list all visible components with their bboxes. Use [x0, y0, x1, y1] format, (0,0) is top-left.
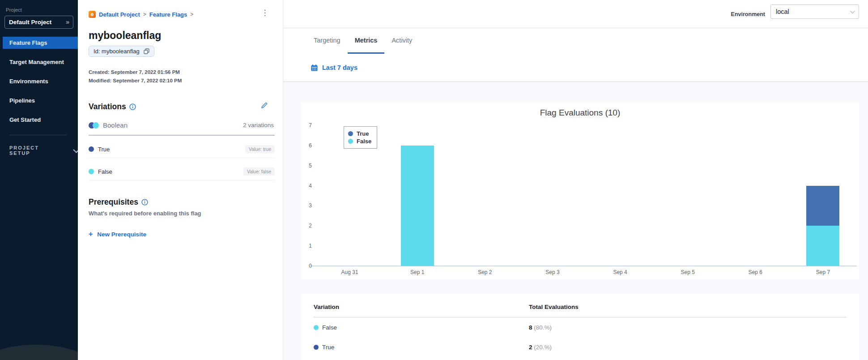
evaluation-count: 8 [529, 324, 532, 331]
chart-y-tick: 0 [301, 263, 312, 269]
flag-detail-panel: e Default Project > Feature Flags > ⋮ my… [78, 0, 283, 360]
evaluation-percent: (80.%) [532, 324, 552, 331]
pencil-icon [260, 101, 268, 110]
modified-date: Modified: September 7, 2022 02:10 PM [89, 77, 283, 85]
chart-y-tick: 3 [301, 202, 312, 209]
chart-x-tick: Sep 4 [587, 269, 654, 275]
variation-row-left: False [89, 168, 112, 175]
chart-plot-area: TrueFalse 01234567 [316, 125, 857, 266]
chart-x-tick: Sep 3 [519, 269, 586, 275]
chart-y-tick: 6 [301, 142, 312, 149]
table-cell-total: 2 (20.%) [529, 344, 847, 351]
chart-y-tick: 1 [301, 243, 312, 249]
chart-x-axis-line [310, 266, 857, 266]
chart-bar-true [806, 186, 839, 226]
tabs: TargetingMetricsActivity [283, 28, 868, 54]
table-header-variation: Variation [314, 304, 529, 310]
table-variation-name: False [322, 324, 337, 331]
app-logo-icon: e [89, 11, 96, 18]
chevron-down-icon [850, 9, 855, 13]
environment-label: Environment [731, 11, 765, 17]
breadcrumb: e Default Project > Feature Flags > [89, 11, 283, 18]
chart-y-tick: 7 [301, 122, 312, 129]
plus-icon: + [89, 230, 93, 238]
environment-bar: Environment local [283, 0, 868, 28]
info-icon[interactable] [129, 103, 136, 110]
chart-bar-false [806, 226, 839, 266]
sidebar: Project Default Project » Feature FlagsT… [0, 0, 78, 360]
breadcrumb-separator: > [143, 11, 146, 17]
table-row: True2 (20.%) [314, 337, 847, 357]
true-legend-dot-icon [348, 131, 353, 136]
chart-x-tick: Sep 1 [383, 269, 451, 275]
chart-x-tick: Sep 6 [722, 269, 789, 275]
boolean-type-icon [89, 122, 99, 129]
chart-x-labels: Aug 31Sep 1Sep 2Sep 3Sep 4Sep 5Sep 6Sep … [316, 269, 857, 275]
sidebar-item-get-started[interactable]: Get Started [0, 114, 78, 126]
edit-variations-button[interactable] [260, 101, 268, 110]
variations-divider [89, 135, 275, 136]
tab-activity[interactable]: Activity [384, 28, 419, 54]
legend-label: False [357, 138, 371, 145]
prerequisites-description: What's required before enabling this fla… [89, 210, 283, 217]
new-prerequisite-button[interactable]: + New Prerequisite [89, 230, 283, 238]
table-cell-variation: False [314, 324, 529, 331]
breadcrumb-separator: > [190, 11, 193, 17]
sidebar-item-project-setup[interactable]: PROJECT SETUP [9, 145, 78, 156]
flag-id-label: Id: mybooleanflag [94, 48, 140, 55]
tab-targeting[interactable]: Targeting [306, 28, 348, 54]
sidebar-item-pipelines[interactable]: Pipelines [0, 94, 78, 107]
chart-title: Flag Evaluations (10) [301, 102, 859, 118]
chart-y-tick: 4 [301, 183, 312, 189]
environment-select[interactable]: local [770, 4, 859, 19]
chart-bar-false [401, 146, 434, 266]
variation-row: TrueValue: true [89, 145, 275, 158]
sidebar-item-target-management[interactable]: Target Management [0, 56, 78, 68]
flag-evaluations-chart: Flag Evaluations (10) TrueFalse 01234567… [301, 102, 859, 280]
chart-x-tick: Sep 5 [654, 269, 722, 275]
true-dot-icon [89, 146, 94, 152]
flag-name-title: mybooleanflag [89, 30, 283, 42]
variation-list: TrueValue: trueFalseValue: false [89, 145, 283, 180]
variation-name: False [98, 168, 112, 175]
evaluations-table: Variation Total Evaluations False8 (80.%… [301, 293, 859, 360]
breadcrumb-project-link[interactable]: Default Project [99, 11, 140, 18]
variation-type-label: Boolean [103, 121, 128, 129]
variation-row-left: True [89, 146, 110, 153]
project-label: Project [6, 7, 78, 13]
kebab-menu-icon[interactable]: ⋮ [260, 8, 269, 17]
sidebar-item-feature-flags[interactable]: Feature Flags [3, 37, 78, 49]
project-selector[interactable]: Default Project » [4, 16, 73, 29]
sidebar-decoration [0, 345, 78, 360]
chart-legend: TrueFalse [344, 126, 377, 149]
legend-label: True [357, 130, 369, 137]
new-prerequisite-label: New Prerequisite [97, 231, 146, 238]
metrics-panel: Environment local TargetingMetricsActivi… [283, 0, 868, 360]
tab-metrics[interactable]: Metrics [348, 28, 385, 54]
info-icon[interactable] [141, 199, 148, 206]
evaluation-percent: (20.%) [532, 344, 552, 351]
project-selector-value: Default Project [9, 19, 51, 26]
false-dot-icon [89, 169, 94, 174]
legend-item-false[interactable]: False [348, 138, 371, 145]
variation-row: FalseValue: false [89, 167, 275, 180]
environment-select-value: local [776, 8, 789, 15]
copy-icon[interactable] [144, 48, 149, 54]
table-header-total-evaluations: Total Evaluations [529, 304, 847, 310]
breadcrumb-feature-flags-link[interactable]: Feature Flags [149, 11, 187, 18]
flag-id-pill[interactable]: Id: mybooleanflag [89, 46, 154, 57]
chart-x-tick: Aug 31 [316, 269, 383, 275]
sidebar-nav: Feature FlagsTarget ManagementEnvironmen… [0, 37, 78, 126]
sidebar-item-environments[interactable]: Environments [0, 75, 78, 87]
evaluation-count: 2 [529, 344, 532, 351]
sidebar-divider [10, 135, 67, 135]
created-date: Created: September 7, 2022 01:56 PM [89, 68, 283, 77]
chevron-down-icon [73, 147, 78, 153]
calendar-icon [311, 64, 318, 72]
true-dot-icon [314, 345, 319, 350]
table-variation-name: True [322, 344, 334, 351]
legend-item-true[interactable]: True [348, 130, 371, 137]
variation-type-row: Boolean 2 variations [89, 121, 283, 129]
table-row: False8 (80.%) [314, 317, 847, 337]
date-range-button[interactable]: Last 7 days [283, 54, 868, 82]
